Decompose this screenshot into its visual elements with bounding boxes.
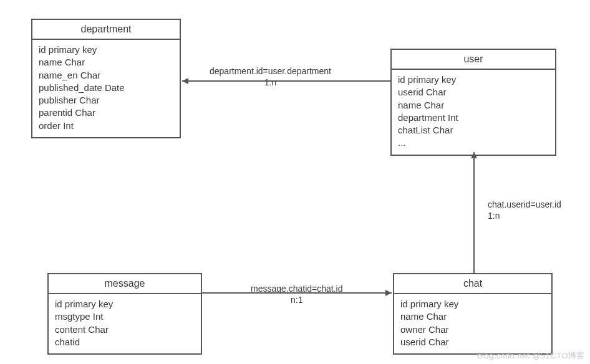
relation-text: department.id=user.department [210,66,331,76]
field: name Char [39,56,173,69]
relation-card: 1:n [488,211,500,221]
field: publisher Char [39,94,173,107]
entity-department-title: department [32,20,180,40]
field: order Int [39,120,173,132]
entity-message: message id primary key msgtype Int conte… [47,273,202,355]
relation-msg-chat-label: message.chatid=chat.id n:1 [251,284,342,305]
entity-chat-title: chat [394,274,551,294]
field: msgtype Int [55,310,195,323]
relation-card: n:1 [291,295,302,305]
field: id primary key [398,74,549,86]
field: id primary key [400,298,545,310]
field: id primary key [39,44,173,56]
entity-message-title: message [49,274,201,294]
field: parentid Char [39,107,173,119]
field: chatid [55,336,195,348]
field: id primary key [55,298,195,310]
entity-chat-body: id primary key name Char owner Char user… [394,294,551,353]
entity-message-body: id primary key msgtype Int content Char … [49,294,201,353]
relation-text: message.chatid=chat.id [251,284,342,294]
entity-department-body: id primary key name Char name_en Char pu… [32,40,180,137]
entity-user-body: id primary key userid Char name Char dep… [392,70,555,155]
field: chatList Char [398,124,549,136]
entity-user-title: user [392,50,555,70]
field: owner Char [400,323,545,336]
field: name Char [400,310,545,323]
field: published_date Date [39,82,173,94]
field: content Char [55,323,195,336]
entity-user: user id primary key userid Char name Cha… [390,49,556,156]
relation-text: chat.userid=user.id [488,199,561,209]
relation-card: 1:n [264,77,276,87]
entity-chat: chat id primary key name Char owner Char… [393,273,553,355]
field: name Char [398,99,549,112]
field: userid Char [398,86,549,98]
entity-department: department id primary key name Char name… [31,19,181,138]
field: name_en Char [39,69,173,82]
field: userid Char [400,336,545,348]
watermark: blog.csdn.net @51CTO博客 [477,350,585,362]
relation-dept-user-label: department.id=user.department 1:n [210,66,331,88]
relation-chat-user-label: chat.userid=user.id 1:n [488,199,561,221]
field: department Int [398,112,549,124]
field: ... [398,136,549,149]
